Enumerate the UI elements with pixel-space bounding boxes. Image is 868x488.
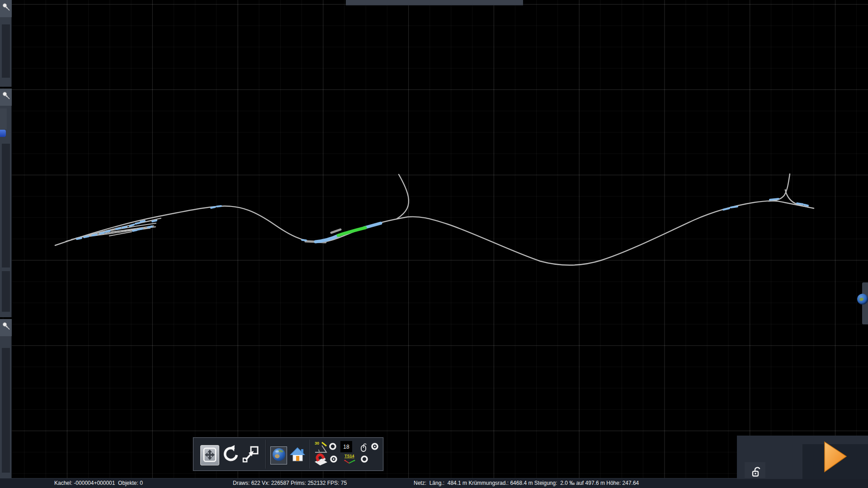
track-segment-blue_thin[interactable] — [100, 233, 104, 234]
mouse-mode-button[interactable] — [360, 444, 367, 454]
open-padlock-icon — [751, 465, 764, 480]
track-segment-main[interactable] — [55, 201, 814, 265]
rotate-icon — [222, 445, 239, 466]
track-style-radio-unselected[interactable] — [360, 455, 368, 463]
track-segment-gray_thick[interactable] — [331, 230, 340, 233]
angle-value-input[interactable]: 18 — [340, 441, 352, 452]
angle-preset-label: 30 — [315, 441, 319, 446]
track-segment-blue_thin[interactable] — [136, 223, 140, 224]
editor-toolbar: 30 18 — [193, 437, 383, 471]
track-segment-main[interactable] — [769, 174, 790, 201]
magnet-icon — [313, 453, 328, 467]
play-button[interactable] — [824, 441, 847, 474]
track-style-label: TS14 — [344, 454, 354, 458]
track-segment-blue_thin[interactable] — [92, 235, 97, 235]
track-segment-blue_thin[interactable] — [141, 221, 145, 222]
mouse-icon — [360, 443, 367, 455]
track-segment-blue_thin[interactable] — [211, 207, 215, 208]
pin-icon[interactable] — [1, 321, 10, 332]
right-dock-panel[interactable] — [862, 282, 868, 324]
track-segment-blue_thin[interactable] — [152, 221, 156, 221]
dock-panel-2-body-lower — [2, 271, 10, 312]
move-icon — [203, 446, 217, 465]
rotate-tool-button[interactable] — [222, 445, 239, 465]
track-segment-blue_thin[interactable] — [217, 206, 221, 206]
magnet-radio-selected[interactable] — [330, 455, 338, 463]
dock-panel-1-body — [2, 24, 10, 78]
angle-radio-unselected[interactable] — [329, 442, 337, 450]
track-segment-blue_thin[interactable] — [116, 228, 120, 229]
track-segment-blue_thin[interactable] — [302, 240, 306, 240]
pin-icon[interactable] — [1, 91, 10, 102]
track-segment-blue_thin[interactable] — [77, 238, 81, 239]
status-bar: Kachel: -000004+000001 Objekte: 0 Draws:… — [0, 478, 868, 488]
track-segment-blue_thin[interactable] — [770, 199, 778, 200]
status-render-stats: Draws: 622 Vx: 226587 Prims: 252132 FPS:… — [233, 480, 347, 486]
track-style-button[interactable]: TS14 — [344, 454, 356, 465]
angle-value: 18 — [343, 444, 349, 450]
globe-icon — [272, 448, 286, 463]
play-button-area — [802, 444, 868, 479]
dock-panel-2-step — [0, 108, 7, 129]
bottom-right-panel — [737, 436, 868, 479]
track-segment-blue_thin[interactable] — [123, 227, 127, 228]
mouse-radio-selected[interactable] — [371, 442, 379, 450]
lock-toggle-button[interactable] — [745, 462, 765, 478]
track-segment-blue_thin[interactable] — [106, 231, 110, 232]
top-dock-panel[interactable] — [346, 0, 523, 5]
track-segment-blue_thin[interactable] — [804, 205, 808, 206]
dock-panel-3[interactable] — [0, 319, 12, 478]
dock-panel-2-body — [2, 144, 10, 267]
track-segment-blue_thin[interactable] — [138, 229, 142, 230]
track-segment-blue_thick[interactable] — [316, 235, 339, 242]
status-tile-info: Kachel: -000004+000001 Objekte: 0 — [54, 480, 143, 486]
track-segment-blue_thin[interactable] — [723, 208, 729, 210]
dock-panel-2[interactable] — [0, 89, 12, 317]
globe-icon — [857, 294, 868, 305]
track-segment-blue_thin[interactable] — [133, 230, 137, 231]
move-tool-button[interactable] — [200, 445, 219, 465]
track-segment-blue_thin[interactable] — [797, 203, 803, 204]
status-net-info: Netz: Läng.: 484.1 m Krümmungsrad.: 6468… — [414, 480, 639, 486]
home-view-button[interactable] — [289, 447, 306, 464]
track-segment-green[interactable] — [338, 228, 365, 235]
move-object-icon — [241, 445, 259, 466]
track-segment-blue_thin[interactable] — [148, 226, 152, 227]
pin-icon[interactable] — [1, 2, 10, 13]
track-segment-blue_thin[interactable] — [731, 206, 737, 207]
dock-panel-3-body — [2, 348, 10, 473]
angle-preset-button[interactable]: 30 — [314, 441, 328, 453]
track-segment-blue_thin[interactable] — [84, 236, 89, 237]
globe-view-button[interactable] — [270, 446, 287, 465]
track-style-icon: TS14 — [344, 454, 356, 465]
magnet-snap-button[interactable] — [313, 454, 328, 466]
sidebar-collapsed-button[interactable] — [0, 130, 6, 137]
track-layout[interactable] — [0, 0, 868, 488]
move-object-tool-button[interactable] — [241, 446, 259, 465]
dock-panel-1[interactable] — [0, 0, 12, 87]
play-icon — [825, 442, 846, 472]
track-segment-blue_thin[interactable] — [130, 225, 134, 226]
track-segment-main[interactable] — [397, 174, 409, 219]
home-icon — [289, 447, 306, 464]
track-segment-blue_thick[interactable] — [364, 223, 381, 228]
